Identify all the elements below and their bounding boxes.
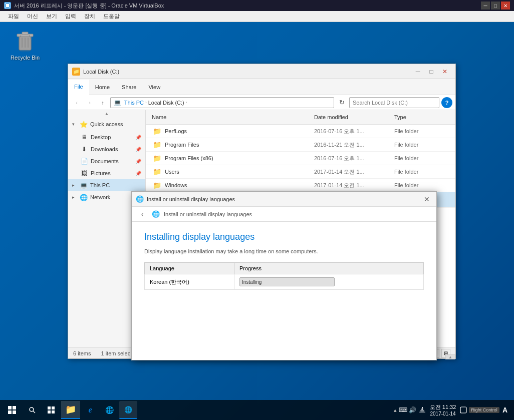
folder-icon: 📁 (152, 126, 162, 136)
svg-rect-25 (422, 407, 423, 408)
tray-keyboard-icon[interactable]: ⌨ (399, 406, 407, 414)
dialog-title-icon: 🌐 (136, 195, 144, 203)
explorer-minimize-btn[interactable]: ─ (411, 67, 424, 77)
network-icon: 🌐 (80, 193, 88, 201)
dialog-nav-title: Install or uninstall display languages (164, 211, 252, 217)
sidebar-quick-access[interactable]: ▾ ⭐ Quick access (68, 117, 145, 131)
pictures-icon: 🖼 (80, 169, 88, 177)
vbox-title: 서버 2016 리프레시 - 영문판 [실행 중] - Oracle VM Vi… (14, 2, 481, 10)
taskbar-task-view-btn[interactable] (42, 401, 60, 419)
file-type: File folder (394, 128, 449, 134)
nav-back-btn[interactable]: ‹ (71, 97, 82, 108)
taskbar-edge-btn[interactable]: e (81, 401, 99, 419)
file-row-program-files[interactable]: 📁 Program Files 2016-11-21 오전 1... File … (146, 138, 455, 152)
ribbon-tab-share[interactable]: Share (116, 79, 142, 95)
language-table: Language Progress Korean (한국어) Installin… (144, 262, 424, 290)
recycle-bin-icon[interactable]: Recycle Bin (8, 30, 43, 61)
col-header-name[interactable]: Name (152, 112, 314, 122)
folder-icon: 📁 (152, 153, 162, 163)
tray-volume-icon[interactable]: 🔊 (409, 406, 417, 414)
taskbar-ie-btn[interactable]: 🌐 (100, 401, 118, 419)
pictures-label: Pictures (91, 170, 111, 176)
svg-rect-21 (52, 410, 55, 413)
file-date: 2016-11-21 오전 1... (314, 141, 394, 149)
dialog-close-btn[interactable]: ✕ (421, 194, 432, 205)
vbox-menu-machine[interactable]: 머신 (23, 12, 42, 21)
tray-time: 오전 11:32 (430, 403, 456, 411)
file-row-users[interactable]: 📁 Users 2017-01-14 오전 1... File folder (146, 165, 455, 179)
taskbar-search-btn[interactable] (23, 401, 41, 419)
dialog-body: Installing display languages Display lan… (132, 222, 436, 360)
ribbon-tab-home[interactable]: Home (89, 79, 116, 95)
language-install-dialog: 🌐 Install or uninstall display languages… (131, 191, 437, 360)
explorer-titlebar: 📁 Local Disk (C:) ─ □ ✕ ▲ (68, 64, 455, 79)
downloads-pin: 📌 (135, 147, 141, 152)
vbox-menu-device[interactable]: 장치 (80, 12, 99, 21)
tray-clock[interactable]: 오전 11:32 2017-01-14 (428, 402, 458, 417)
sidebar-item-pictures[interactable]: 🖼 Pictures 📌 (68, 167, 145, 179)
svg-rect-18 (48, 406, 51, 409)
ribbon-tab-file[interactable]: File (68, 80, 89, 95)
vbox-menu-file[interactable]: 파일 (4, 12, 23, 21)
quick-access-arrow: ▾ (72, 122, 78, 127)
taskbar-lang-installer-btn[interactable]: 🌐 (119, 401, 137, 419)
sidebar-item-documents[interactable]: 📄 Documents 📌 (68, 155, 145, 167)
system-tray: ▲ ⌨ 🔊 오전 11:32 2017-01-14 (390, 402, 512, 417)
tray-network-icon[interactable] (418, 406, 426, 414)
address-local-disk[interactable]: Local Disk (C:) (148, 100, 184, 106)
documents-label: Documents (91, 158, 119, 164)
nav-up-btn[interactable]: ↑ (97, 97, 108, 108)
taskbar-file-explorer-btn[interactable]: 📁 (61, 401, 80, 419)
file-row-perflogs[interactable]: 📁 PerfLogs 2016-07-16 오후 1... File folde… (146, 125, 455, 138)
start-button[interactable] (2, 401, 22, 419)
dialog-heading: Installing display languages (144, 232, 424, 242)
svg-rect-14 (8, 410, 12, 414)
svg-rect-23 (420, 410, 424, 411)
file-type: File folder (394, 155, 449, 161)
address-this-pc[interactable]: 💻 This PC (114, 99, 144, 106)
vbox-menu-view[interactable]: 보기 (42, 12, 61, 21)
sidebar-item-desktop[interactable]: 🖥 Desktop 📌 (68, 131, 145, 143)
help-btn[interactable]: ? (441, 97, 452, 108)
svg-rect-22 (419, 411, 425, 413)
ribbon-tab-view[interactable]: View (142, 79, 166, 95)
vbox-restore-btn[interactable]: □ (491, 2, 500, 10)
col-header-date[interactable]: Date modified (314, 114, 394, 120)
address-chevron-1: › (145, 100, 147, 105)
file-row-windows[interactable]: 📁 Windows 2017-01-14 오전 1... File folder (146, 179, 455, 192)
tray-expand-arrow[interactable]: ▲ (393, 407, 398, 413)
folder-icon: 📁 (152, 167, 162, 177)
sidebar-item-this-pc[interactable]: ▸ 💻 This PC (68, 179, 145, 191)
file-row-program-files-x86[interactable]: 📁 Program Files (x86) 2016-07-16 오후 1...… (146, 152, 455, 165)
explorer-addressbar: ‹ › ↑ 💻 This PC › Local Disk (C:) › ↻ ? (68, 95, 455, 110)
right-control-label: Right Control (469, 407, 499, 413)
pictures-pin: 📌 (135, 171, 141, 176)
downloads-label: Downloads (91, 146, 118, 152)
file-type: File folder (394, 169, 449, 175)
network-label: Network (90, 194, 110, 200)
explorer-title: Local Disk (C:) (83, 69, 411, 75)
column-headers: Name Date modified Type (146, 110, 455, 125)
desktop: Recycle Bin 서버 2016 리프레시 - 영문판 [실행 중] - … (0, 0, 514, 420)
progress-bar-container: Installing (239, 277, 335, 286)
network-arrow: ▸ (72, 195, 78, 200)
col-header-type[interactable]: Type (394, 114, 449, 120)
address-refresh-btn[interactable]: ↻ (336, 97, 347, 108)
explorer-maximize-btn[interactable]: □ (425, 67, 438, 77)
nav-forward-btn[interactable]: › (84, 97, 95, 108)
file-date: 2017-01-14 오전 1... (314, 182, 394, 189)
sidebar-item-downloads[interactable]: ⬇ Downloads 📌 (68, 143, 145, 155)
address-bar[interactable]: 💻 This PC › Local Disk (C:) › (110, 97, 334, 108)
vbox-menu-input[interactable]: 입력 (61, 12, 80, 21)
file-explorer-icon: 📁 (65, 404, 76, 415)
ribbon-expand-btn[interactable]: ▲ (445, 354, 455, 359)
explorer-close-btn[interactable]: ✕ (438, 67, 451, 77)
sidebar-scroll-up[interactable]: ▲ (68, 110, 145, 117)
dialog-back-btn[interactable]: ‹ (137, 209, 148, 220)
vbox-menu-help[interactable]: 도움말 (99, 12, 124, 21)
tray-notification-icon[interactable] (459, 406, 467, 414)
vbox-close-btn[interactable]: ✕ (501, 2, 510, 10)
search-input[interactable] (349, 97, 439, 108)
item-selected: 1 item selec... (101, 350, 135, 356)
vbox-minimize-btn[interactable]: ─ (481, 2, 490, 10)
